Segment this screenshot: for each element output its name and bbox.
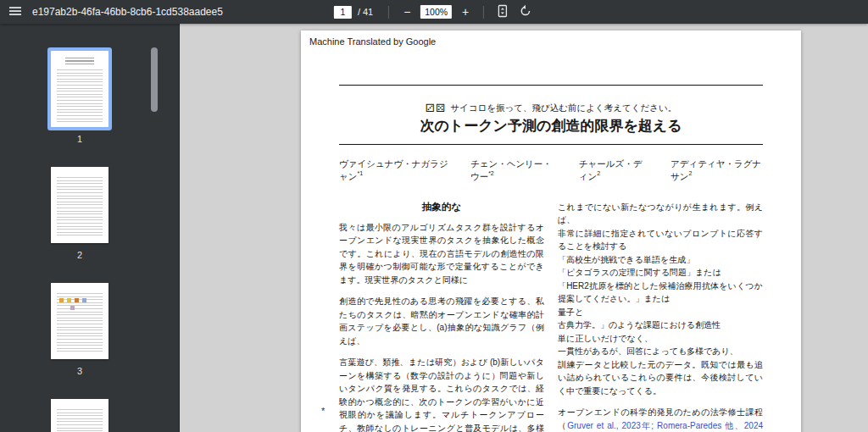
footnote-marker: * [321,406,325,416]
text-run: 我々は最小限のアルゴリズムタスク群を設計するオープンエンドな現実世界のタスクを抽… [339,223,544,285]
left-column: 抽象的な我々は最小限のアルゴリズムタスク群を設計するオープンエンドな現実世界のタ… [339,201,544,432]
paragraph: オープンエンドの科学的発見のための法学修士課程（Gruver et al., 2… [558,406,763,432]
text-run: 古典力学。」のような課題における創造性 [558,320,721,330]
thumbnail-image[interactable] [51,399,108,432]
title-rule-top [339,85,763,86]
thumbnail-image[interactable] [51,167,108,243]
toolbar-separator [483,6,484,19]
toolbar-separator [388,6,389,19]
rotate-icon [519,4,532,20]
thumbnail-image[interactable] [51,283,108,359]
fit-page-icon [496,4,509,20]
thumbnail-image[interactable] [51,51,108,127]
text-run: これまでにない新たなつながりが生まれます。例えば、 [558,202,763,225]
thumbnail-number: 3 [77,366,82,376]
text-run: 一貫性があるが、回答によっても多様であり、 [558,346,738,356]
document-title: e197ab2b-46fa-46bb-8cb6-1cd538aadee5 [32,6,223,18]
right-column: これまでにない新たなつながりが生まれます。例えば、非常に詳細に指定されていないプ… [558,201,763,432]
paper-title: 次のトークン予測の創造的限界を超える [339,116,763,135]
text-run: 言葉遊び、類推、または研究）および (b)新しいパターンを構築する（数学の設計の… [339,357,544,432]
text-run: 「高校生が挑戦できる単語を生成」 [558,255,694,264]
zoom-level[interactable]: 100% [420,5,452,19]
page-number-input[interactable] [334,6,352,19]
zoom-out-button[interactable]: − [399,3,415,20]
pdf-viewport[interactable]: Machine Translated by Google ⚂⚄サイコロを振って、… [180,24,868,432]
toolbar: e197ab2b-46fa-46bb-8cb6-1cd538aadee5 / 4… [0,0,868,24]
paragraph: 創造的で先見性のある思考の飛躍を必要とする、私たちのタスクは、暗黙的オープンエン… [339,295,544,347]
paragraph: 言葉遊び、類推、または研究）および (b)新しいパターンを構築する（数学の設計の… [339,356,544,432]
author-name: チェン・ヘンリー・ウー*2 [470,158,557,183]
text-run: 非常に詳細に指定されていないプロンプトに応答することを検討する [558,229,763,252]
author-name: ヴァイシュナヴ・ナガラジャン*1 [339,158,448,183]
authors-row: ヴァイシュナヴ・ナガラジャン*1チェン・ヘンリー・ウー*2チャールズ・ディン2ア… [339,158,763,183]
text-run: 創造的で先見性のある思考の飛躍を必要とする、私たちのタスクは、暗黙的オープンエン… [339,296,544,346]
paragraph: これまでにない新たなつながりが生まれます。例えば、非常に詳細に指定されていないプ… [558,201,763,398]
text-run: 訓練データと比較した元のデータ。既知では最も追い詰められているこれらの要件は、今… [558,360,763,396]
author-name: チャールズ・ディン2 [579,158,648,183]
title-rule-bottom [339,144,763,145]
rotate-button[interactable] [517,3,534,20]
thumbnail-page-2[interactable]: 2 [51,167,108,260]
hamburger-icon [8,4,22,20]
text-run: 単に正しいだけでなく、 [558,334,653,343]
abstract-heading: 抽象的な [339,201,544,213]
text-run: 「ピタゴラスの定理に関する問題」または [558,268,721,277]
paragraph: 我々は最小限のアルゴリズムタスク群を設計するオープンエンドな現実世界のタスクを抽… [339,221,544,287]
dice-icon: ⚂⚄ [426,102,447,114]
thumbnail-page-1[interactable]: 1 [51,51,108,144]
thumbnail-number: 2 [77,250,82,260]
text-run: 「HER2抗原を標的とした候補治療用抗体をいくつか提案してください。」または [558,281,763,304]
thumbnail-page-4[interactable]: 4 [51,399,108,432]
menu-button[interactable] [7,3,24,20]
dice-note-line: ⚂⚄サイコロを振って、飛び込む前によく考えてください。 [339,101,763,113]
zoom-in-button[interactable]: + [458,3,473,20]
citation-link[interactable]: Gruver et al., 2023年; Romera-Paredes 他、2… [558,421,763,432]
dice-note-text: サイコロを振って、飛び込む前によく考えてください。 [450,102,676,113]
thumbnail-page-3[interactable]: 3 [51,283,108,376]
pdf-page: Machine Translated by Google ⚂⚄サイコロを振って、… [301,30,801,432]
text-run: 量子と [558,307,583,317]
thumbnail-number: 1 [77,134,82,144]
watermark-text: Machine Translated by Google [309,36,436,47]
two-column-text: 抽象的な我々は最小限のアルゴリズムタスク群を設計するオープンエンドな現実世界のタ… [339,201,763,432]
pdf-viewer-app: e197ab2b-46fa-46bb-8cb6-1cd538aadee5 / 4… [0,0,868,432]
sidebar-scrollbar[interactable] [151,47,158,112]
page-count-label: / 41 [358,7,373,17]
thumbnail-sidebar: 1234 [0,24,180,432]
author-name: アディティヤ・ラグナサン2 [670,158,763,183]
fit-page-button[interactable] [494,3,511,20]
